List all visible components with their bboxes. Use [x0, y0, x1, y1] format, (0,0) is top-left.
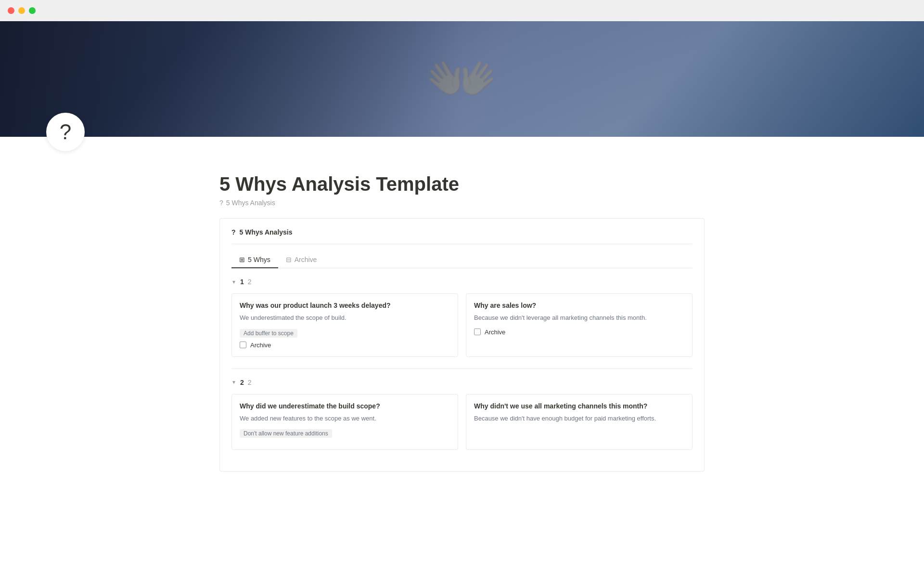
divider-1 — [231, 368, 693, 369]
minimize-button[interactable] — [18, 7, 25, 14]
page-title: 5 Whys Analysis Template — [219, 173, 705, 195]
page-icon-area: ? — [0, 137, 924, 166]
hero-image: 👐 — [0, 21, 924, 137]
breadcrumb: ? 5 Whys Analysis — [219, 199, 705, 207]
close-button[interactable] — [8, 7, 14, 14]
card-2-archive-label: Archive — [485, 328, 505, 336]
database-block: ? 5 Whys Analysis ⊞ 5 Whys ⊟ Archive ▼ 1… — [219, 218, 705, 472]
tab-5whys-label: 5 Whys — [248, 256, 270, 263]
tab-5whys-icon: ⊞ — [239, 256, 245, 263]
card-3-body: We added new features to the scope as we… — [240, 414, 450, 423]
tab-archive-icon: ⊟ — [286, 256, 292, 263]
tab-archive[interactable]: ⊟ Archive — [278, 252, 325, 268]
card-1-title: Why was our product launch 3 weeks delay… — [240, 302, 450, 309]
database-header-icon: ? — [231, 228, 236, 236]
card-3[interactable]: Why did we underestimate the build scope… — [231, 394, 458, 450]
page-content: 5 Whys Analysis Template ? 5 Whys Analys… — [173, 173, 751, 491]
card-2[interactable]: Why are sales low? Because we didn't lev… — [466, 293, 693, 357]
group-header-2: ▼ 2 2 — [231, 379, 693, 386]
card-1[interactable]: Why was our product launch 3 weeks delay… — [231, 293, 458, 357]
group-header-1: ▼ 1 2 — [231, 278, 693, 286]
card-2-title: Why are sales low? — [474, 302, 684, 309]
titlebar — [0, 0, 924, 21]
group-2-cards: Why did we underestimate the build scope… — [231, 394, 693, 450]
tab-archive-label: Archive — [295, 256, 317, 263]
card-1-body: We underestimated the scope of build. — [240, 313, 450, 323]
group-1-count: 2 — [248, 278, 252, 286]
group-1-arrow[interactable]: ▼ — [231, 279, 236, 285]
card-2-archive-checkbox[interactable] — [474, 328, 481, 335]
page-icon: ? — [46, 113, 85, 151]
breadcrumb-icon: ? — [219, 199, 223, 207]
card-1-archive-label: Archive — [250, 342, 271, 349]
card-4-body: Because we didn't have enough budget for… — [474, 414, 684, 423]
maximize-button[interactable] — [29, 7, 36, 14]
card-3-title: Why did we underestimate the build scope… — [240, 402, 450, 410]
group-2-count: 2 — [248, 379, 252, 386]
card-4-title: Why didn't we use all marketing channels… — [474, 402, 684, 410]
tab-5whys[interactable]: ⊞ 5 Whys — [231, 252, 278, 268]
group-2-number: 2 — [240, 379, 244, 386]
card-2-body: Because we didn't leverage all marketing… — [474, 313, 684, 323]
card-4[interactable]: Why didn't we use all marketing channels… — [466, 394, 693, 450]
card-1-archive-checkbox[interactable] — [240, 342, 246, 348]
database-header: ? 5 Whys Analysis — [231, 228, 693, 244]
database-tabs: ⊞ 5 Whys ⊟ Archive — [231, 252, 693, 268]
group-1-number: 1 — [240, 278, 244, 286]
card-2-archive-row: Archive — [474, 328, 684, 336]
card-3-tag: Don't allow new feature additions — [240, 429, 332, 438]
group-1-cards: Why was our product launch 3 weeks delay… — [231, 293, 693, 357]
card-1-archive-row: Archive — [240, 342, 450, 349]
card-1-tag: Add buffer to scope — [240, 329, 297, 338]
group-2-arrow[interactable]: ▼ — [231, 380, 236, 385]
breadcrumb-text: 5 Whys Analysis — [226, 199, 275, 207]
database-header-title: 5 Whys Analysis — [240, 228, 293, 236]
